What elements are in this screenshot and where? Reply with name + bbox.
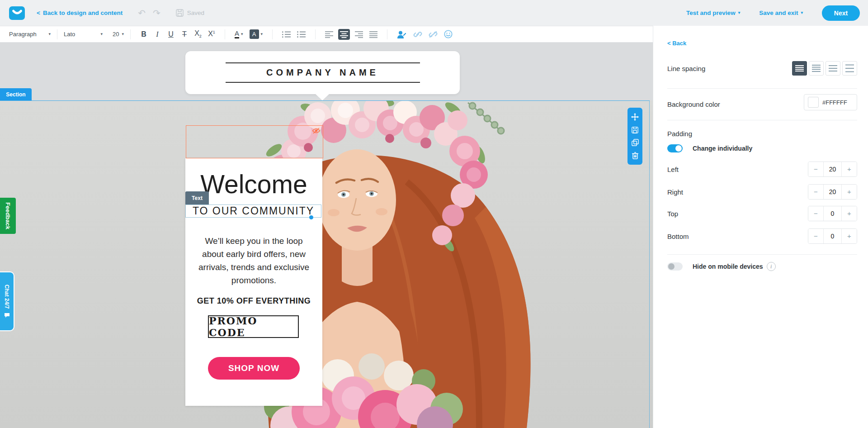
body-paragraph[interactable]: We’ll keep you in the loop about early b… xyxy=(185,234,322,287)
promo-code-button[interactable]: PROMO CODE xyxy=(208,315,299,338)
company-name[interactable]: COMPANY NAME xyxy=(226,62,420,83)
undo-icon[interactable]: ↶ xyxy=(138,9,146,18)
line-spacing-option-4[interactable] xyxy=(842,61,857,76)
saved-label: Saved xyxy=(187,10,204,16)
selected-text-element[interactable]: TO OUR COMMUNITY xyxy=(185,204,321,218)
minus-button[interactable]: − xyxy=(808,185,823,199)
padding-right-stepper: − 20 + xyxy=(808,184,857,200)
padding-row-bottom: Bottom − 0 + xyxy=(667,228,857,244)
padding-top-stepper: − 0 + xyxy=(808,206,857,221)
hide-mobile-row: Hide on mobile devices i xyxy=(667,262,776,271)
font-family-select[interactable]: Lato ▾ xyxy=(64,31,103,38)
emoji-icon[interactable] xyxy=(444,30,453,38)
padding-bottom-label: Bottom xyxy=(667,233,689,240)
padding-top-value[interactable]: 0 xyxy=(823,206,842,221)
superscript-button[interactable]: X1 xyxy=(208,30,215,38)
section-toolbar xyxy=(627,108,642,165)
subscript-button[interactable]: X2 xyxy=(194,29,202,38)
paragraph-style-value: Paragraph xyxy=(9,31,37,38)
text-color-button[interactable]: A ▾ xyxy=(235,30,243,39)
chat-tab[interactable]: Chat 24/7 xyxy=(0,271,14,331)
bubble-pointer xyxy=(315,94,330,100)
text-block-tag[interactable]: Text xyxy=(185,191,209,205)
font-size-select[interactable]: 20 ▾ xyxy=(113,31,124,38)
bullet-list-button[interactable] xyxy=(297,31,306,38)
formatting-toolbar: Paragraph ▾ Lato ▾ 20 ▾ B I U T X2 X1 A … xyxy=(0,26,653,43)
delete-icon[interactable] xyxy=(632,152,638,159)
minus-button[interactable]: − xyxy=(808,229,823,243)
strikethrough-button[interactable]: T xyxy=(181,30,188,38)
personalize-icon[interactable] xyxy=(397,30,407,38)
line-spacing-option-3[interactable] xyxy=(826,61,840,76)
email-editor: < Back to design and content ↶ ↷ Saved T… xyxy=(0,0,868,428)
chevron-down-icon: ▾ xyxy=(100,32,103,36)
align-center-button[interactable] xyxy=(338,29,350,40)
panel-divider xyxy=(667,254,857,255)
hide-mobile-label: Hide on mobile devices xyxy=(693,263,763,270)
back-to-design-link[interactable]: < Back to design and content xyxy=(37,10,123,16)
change-individually-label: Change individually xyxy=(693,145,752,152)
padding-right-value[interactable]: 20 xyxy=(823,185,842,199)
line-spacing-option-1[interactable] xyxy=(792,61,807,76)
padding-left-value[interactable]: 20 xyxy=(823,162,842,176)
paragraph-style-select[interactable]: Paragraph ▾ xyxy=(9,31,51,38)
save-and-exit-menu[interactable]: Save and exit ▾ xyxy=(759,10,803,16)
italic-button[interactable]: I xyxy=(154,30,161,38)
chevron-down-icon: ▾ xyxy=(241,32,243,36)
font-size-value: 20 xyxy=(113,31,119,38)
plus-button[interactable]: + xyxy=(842,206,857,221)
toggle-knob xyxy=(668,263,675,270)
feedback-tab[interactable]: Feedback xyxy=(0,198,16,234)
save-status: Saved xyxy=(176,9,204,17)
change-individually-toggle[interactable] xyxy=(667,144,683,152)
align-justify-button[interactable] xyxy=(369,31,377,38)
align-left-button[interactable] xyxy=(325,31,333,38)
background-color-value: #FFFFFF xyxy=(822,99,847,106)
panel-back-link[interactable]: < Back xyxy=(667,40,686,47)
toolbar-divider xyxy=(315,29,316,39)
underline-button[interactable]: U xyxy=(167,30,175,38)
line-spacing-label: Line spacing xyxy=(667,65,705,72)
padding-label: Padding xyxy=(667,130,692,138)
highlight-color-button[interactable]: A ▾ xyxy=(250,29,263,39)
next-button[interactable]: Next xyxy=(822,5,860,21)
minus-button[interactable]: − xyxy=(808,162,823,176)
ordered-list-button[interactable] xyxy=(282,31,291,38)
panel-divider xyxy=(667,120,857,120)
line-spacing-options xyxy=(790,61,857,76)
shop-now-button[interactable]: SHOP NOW xyxy=(208,357,300,380)
move-icon[interactable] xyxy=(631,113,639,121)
hero-photo xyxy=(0,100,653,428)
plus-button[interactable]: + xyxy=(842,162,857,176)
unlink-icon[interactable] xyxy=(429,30,438,38)
color-swatch xyxy=(808,97,819,108)
offer-line[interactable]: GET 10% OFF EVERYTHING xyxy=(185,296,322,306)
duplicate-icon[interactable] xyxy=(632,139,639,146)
align-right-button[interactable] xyxy=(355,31,363,38)
line-spacing-option-2[interactable] xyxy=(809,61,824,76)
save-template-icon[interactable] xyxy=(632,127,638,133)
font-family-value: Lato xyxy=(64,31,75,38)
chevron-down-icon: ▾ xyxy=(261,32,263,36)
hidden-block-outline[interactable] xyxy=(186,125,323,158)
app-logo-icon[interactable] xyxy=(9,6,25,20)
padding-bottom-value[interactable]: 0 xyxy=(823,229,842,243)
section-border-top xyxy=(0,100,650,101)
background-color-picker[interactable]: #FFFFFF xyxy=(804,94,857,110)
selection-handle[interactable] xyxy=(309,215,313,219)
redo-icon[interactable]: ↷ xyxy=(153,9,160,18)
header-block[interactable]: COMPANY NAME xyxy=(185,51,460,94)
chevron-down-icon: ▾ xyxy=(738,11,741,15)
bold-button[interactable]: B xyxy=(140,30,147,38)
back-to-design-label: Back to design and content xyxy=(43,10,123,16)
info-icon[interactable]: i xyxy=(767,262,776,271)
test-and-preview-menu[interactable]: Test and preview ▾ xyxy=(686,10,740,16)
section-tag[interactable]: Section xyxy=(0,88,32,100)
text-block-card[interactable]: Welcome Text TO OUR COMMUNITY We’ll keep… xyxy=(185,158,322,406)
plus-button[interactable]: + xyxy=(842,229,857,243)
link-icon[interactable] xyxy=(413,30,422,38)
subscript-mark: 2 xyxy=(199,34,202,39)
plus-button[interactable]: + xyxy=(842,185,857,199)
minus-button[interactable]: − xyxy=(808,206,823,221)
hide-mobile-toggle[interactable] xyxy=(667,262,683,271)
